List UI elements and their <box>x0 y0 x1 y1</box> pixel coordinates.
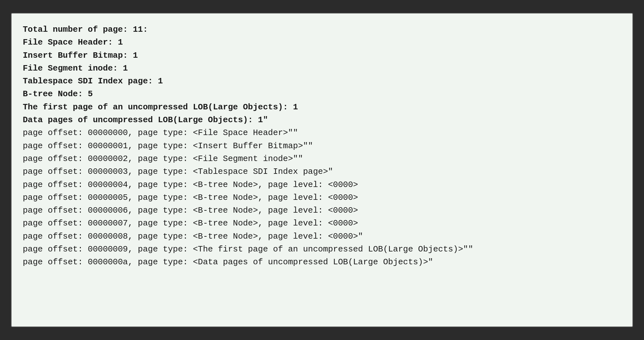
terminal-line-19: page offset: 0000000a, page type: <Data … <box>23 256 621 268</box>
terminal-line-8: Data pages of uncompressed LOB(Large Obj… <box>23 114 621 126</box>
terminal-line-9: page offset: 00000000, page type: <File … <box>23 126 621 139</box>
terminal-line-3: Insert Buffer Bitmap: 1 <box>23 49 621 62</box>
terminal-line-11: page offset: 00000002, page type: <File … <box>23 152 621 165</box>
terminal-line-15: page offset: 00000006, page type: <B-tre… <box>23 204 621 217</box>
terminal-line-16: page offset: 00000007, page type: <B-tre… <box>23 217 621 230</box>
terminal-line-7: The first page of an uncompressed LOB(La… <box>23 101 621 114</box>
terminal-line-4: File Segment inode: 1 <box>23 62 621 75</box>
terminal-line-13: page offset: 00000004, page type: <B-tre… <box>23 178 621 191</box>
terminal-output: Total number of page: 11:File Space Head… <box>11 13 633 327</box>
terminal-line-6: B-tree Node: 5 <box>23 88 621 100</box>
terminal-line-17: page offset: 00000008, page type: <B-tre… <box>23 230 621 243</box>
terminal-line-1: Total number of page: 11: <box>23 23 621 36</box>
terminal-line-18: page offset: 00000009, page type: <The f… <box>23 243 621 256</box>
terminal-line-14: page offset: 00000005, page type: <B-tre… <box>23 191 621 204</box>
terminal-line-12: page offset: 00000003, page type: <Table… <box>23 165 621 178</box>
terminal-line-2: File Space Header: 1 <box>23 36 621 49</box>
terminal-line-10: page offset: 00000001, page type: <Inser… <box>23 140 621 152</box>
terminal-line-5: Tablespace SDI Index page: 1 <box>23 75 621 88</box>
